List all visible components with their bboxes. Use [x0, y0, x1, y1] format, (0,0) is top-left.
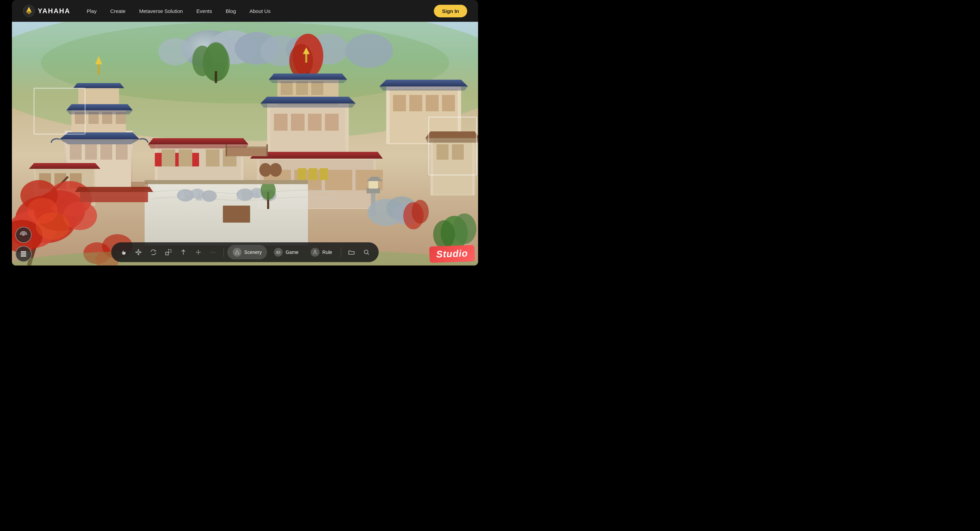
game-icon	[274, 248, 283, 257]
navbar: YAHAHA Play Create Metaverse Solution Ev…	[12, 0, 478, 22]
nav-links: Play Create Metaverse Solution Events Bl…	[87, 8, 434, 14]
nav-metaverse[interactable]: Metaverse Solution	[139, 8, 183, 14]
game-label: Game	[285, 249, 298, 255]
svg-line-161	[368, 254, 369, 255]
svg-rect-148	[21, 253, 26, 255]
rotate-icon	[150, 249, 157, 256]
svg-point-153	[198, 252, 199, 253]
left-border	[0, 0, 12, 266]
nav-play[interactable]: Play	[87, 8, 97, 14]
game-button[interactable]: Game	[269, 245, 304, 259]
scene-background	[12, 22, 478, 266]
svg-point-158	[279, 252, 280, 253]
gamepad-icon	[276, 250, 281, 255]
left-sidebar	[15, 227, 32, 262]
scene-container: YAHAHA Play Create Metaverse Solution Ev…	[12, 0, 478, 266]
svg-rect-149	[21, 255, 26, 257]
scale-icon	[165, 249, 172, 256]
mountain-icon	[235, 250, 240, 255]
logo-icon	[23, 5, 35, 17]
scenery-label: Scenery	[244, 249, 262, 255]
hand-icon	[120, 249, 127, 256]
folder-button[interactable]	[345, 246, 358, 259]
nav-blog[interactable]: Blog	[226, 8, 236, 14]
svg-point-159	[314, 250, 316, 252]
nav-events[interactable]: Events	[196, 8, 212, 14]
svg-point-150	[137, 251, 140, 253]
toolbar-divider	[224, 247, 224, 257]
scale-tool[interactable]	[162, 246, 175, 259]
svg-point-146	[23, 234, 24, 236]
scenery-icon	[233, 248, 242, 257]
rule-icon	[311, 248, 320, 257]
nav-about[interactable]: About Us	[250, 8, 270, 14]
layers-icon	[19, 250, 27, 258]
more-tool[interactable]: ···	[207, 246, 220, 259]
zen-garden	[143, 180, 306, 241]
move-icon	[135, 249, 142, 256]
nav-create[interactable]: Create	[110, 8, 126, 14]
svg-rect-147	[21, 251, 26, 253]
scenery-button[interactable]: Scenery	[227, 245, 267, 259]
layers-button[interactable]	[15, 246, 32, 262]
studio-badge: Studio	[429, 245, 475, 263]
signin-button[interactable]: Sign In	[434, 5, 467, 18]
svg-rect-151	[166, 252, 169, 255]
fingerprint-button[interactable]	[15, 227, 32, 243]
person-icon	[313, 250, 318, 255]
folder-icon	[348, 249, 355, 256]
rotate-tool[interactable]	[147, 246, 160, 259]
toolbar-divider-2	[341, 247, 341, 257]
right-border	[478, 0, 490, 266]
search-icon	[363, 249, 370, 256]
rule-button[interactable]: Rule	[305, 245, 337, 259]
transform-icon	[195, 249, 202, 256]
up-arrow-icon	[180, 249, 187, 256]
search-button[interactable]	[360, 246, 373, 259]
svg-point-157	[279, 252, 279, 253]
move-tool[interactable]	[132, 246, 145, 259]
logo-text: YAHAHA	[38, 7, 70, 15]
toolbar: ··· Scenery Game	[111, 242, 379, 262]
logo-area[interactable]: YAHAHA	[23, 5, 70, 17]
fingerprint-icon	[19, 231, 27, 239]
transform-tool[interactable]	[192, 246, 205, 259]
up-tool[interactable]	[177, 246, 190, 259]
hand-tool[interactable]	[117, 246, 130, 259]
svg-point-160	[364, 250, 368, 254]
svg-rect-152	[169, 249, 171, 252]
rule-label: Rule	[322, 249, 332, 255]
